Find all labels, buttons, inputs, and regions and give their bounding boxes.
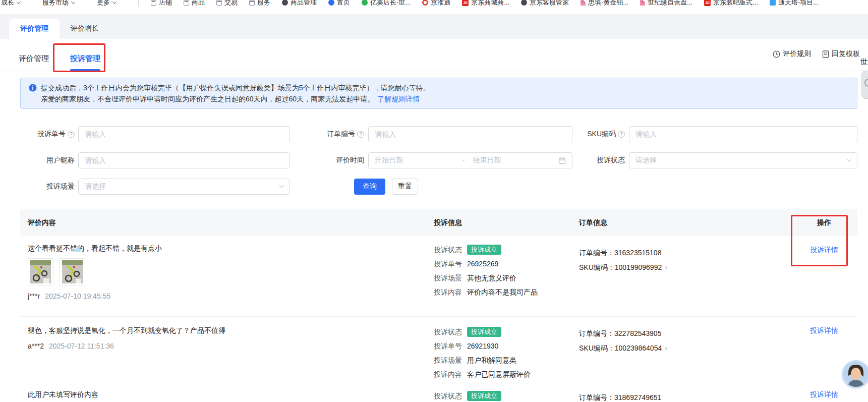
info-banner: 提交成功后，3个工作日内会为您审核完毕（【用户操作失误或同意屏蔽类】场景为5个工… [20, 78, 857, 109]
order-no-label: 订单编号? [290, 130, 364, 139]
order-no-input[interactable] [369, 130, 572, 138]
scene-value: 用户和解同意类 [467, 356, 516, 364]
bookmark-jd-mall[interactable]: JD京东商城商... [462, 0, 509, 7]
bookmark-label: 京东客服管家 [530, 0, 569, 7]
reply-template-link[interactable]: 回复模板 [822, 49, 860, 59]
help-icon[interactable]: ? [68, 131, 75, 138]
status-field-label: 投诉状态 [434, 328, 462, 336]
status-field-label: 投诉状态 [434, 392, 462, 400]
globe-icon [282, 0, 288, 6]
chevron-down-icon [279, 183, 284, 188]
review-photo-thumbnail[interactable] [28, 258, 53, 285]
bookmark-shijiyuan[interactable]: 世纪缘自营盘... [640, 0, 692, 7]
tab-label: 评价增长 [71, 24, 99, 33]
circle-icon [864, 79, 868, 87]
review-time-range-picker[interactable]: 开始日期 - 结束日期 [368, 152, 572, 168]
search-button[interactable]: 查询 [354, 179, 385, 195]
status-badge: 投诉成立 [467, 327, 501, 337]
bookmark-jzt[interactable]: 京准通 [422, 0, 450, 7]
bookmark-zhongtian[interactable]: 忠填-黄金铂... [581, 0, 628, 7]
bookmark-label: 世纪缘自营盘... [648, 0, 692, 7]
bookmark-tongtianta[interactable]: 通天塔-项目... [770, 0, 819, 7]
blue-dot-icon [328, 0, 334, 6]
status-badge: 投诉成立 [467, 391, 501, 401]
review-rules-link[interactable]: 评价规则 [773, 49, 811, 59]
bookmark-shop[interactable]: 店铺 [151, 0, 172, 7]
bookmark-product-mgmt[interactable]: 商品管理 [282, 0, 317, 7]
tab-review-growth[interactable]: 评价增长 [60, 19, 110, 39]
complaint-detail-link[interactable]: 投诉详情 [810, 326, 838, 334]
start-date-placeholder: 开始日期 [369, 156, 460, 165]
page: 成长 服务市场 更多 店铺 商品 交易 服务 商品管理 首页 亿美店长-世...… [0, 0, 868, 402]
scene-label: 投诉场景 [20, 182, 75, 191]
jd-logo-icon: JD [462, 0, 469, 6]
order-no-value: 316323515108 [614, 249, 661, 257]
subtab-review-management[interactable]: 评价管理 [19, 54, 49, 71]
sku-link-arrow[interactable]: › [665, 344, 667, 352]
person-photo [843, 362, 868, 387]
tab-review-management[interactable]: 评价管理 [9, 19, 60, 39]
link-label: 回复模板 [832, 49, 860, 59]
bookmark-label: 京准通 [431, 0, 450, 7]
pink-page-icon [640, 0, 645, 6]
bookmark-trade[interactable]: 交易 [216, 0, 238, 7]
bookmark-label: 商品 [192, 0, 205, 7]
chevron-down-icon [71, 0, 75, 4]
nav-more[interactable]: 更多 [97, 0, 116, 7]
order-no-field-label: 订单编号： [579, 249, 614, 257]
nav-growth[interactable]: 成长 [1, 0, 20, 7]
content-value: 评价内容不是我司产品 [467, 288, 538, 296]
nav-service-market[interactable]: 服务市场 [42, 0, 75, 7]
bookmark-service[interactable]: 服务 [249, 0, 270, 7]
bookmark-product[interactable]: 商品 [184, 0, 205, 7]
document-icon [822, 50, 829, 58]
info-icon [29, 84, 37, 92]
bookmark-label: 交易 [224, 0, 238, 7]
bookmark-home[interactable]: 首页 [328, 0, 350, 7]
complaint-no-label: 投诉单号? [20, 130, 75, 139]
scene-field-label: 投诉场景 [434, 356, 462, 364]
help-icon[interactable]: ? [357, 131, 364, 138]
review-photo-thumbnail[interactable] [60, 258, 85, 285]
complaint-table: 评价内容 投诉信息 订单信息 操作 这个看看挺不错的，看起不错，就是有点小 j*… [20, 209, 857, 402]
link-label: 评价规则 [783, 49, 811, 59]
reviewer-name: j***r [28, 292, 40, 300]
sku-input[interactable] [629, 130, 857, 138]
sku-field-label: SKU编码： [579, 344, 615, 352]
content-field-label: 投诉内容 [434, 288, 462, 296]
help-icon[interactable]: ? [618, 131, 625, 138]
edge-panel-text: 世 [860, 58, 868, 67]
order-no-field-label: 订单编号： [579, 393, 614, 401]
customer-service-avatar[interactable] [843, 362, 868, 387]
bookmark-label: 忠填-黄金铂... [588, 0, 628, 7]
complaint-no-input[interactable] [79, 130, 290, 138]
col-order-info: 订单信息 [579, 218, 791, 227]
select-placeholder: 请选择 [79, 182, 280, 191]
rules-detail-link[interactable]: 了解规则详情 [377, 95, 420, 103]
chevron-down-icon [847, 156, 852, 161]
complaint-no-value: 26921930 [467, 342, 498, 350]
bookmark-yimei[interactable]: 亿美店长-世... [362, 0, 411, 7]
review-text: 褪色，客服坚持说是氧化，一个月不到就变氧化了？产品不值得 [28, 326, 419, 335]
bike-photo [62, 260, 83, 283]
reset-button[interactable]: 重置 [392, 179, 418, 195]
complaint-no-input-wrap [78, 126, 290, 142]
col-review-content: 评价内容 [20, 218, 434, 227]
complaint-detail-link[interactable]: 投诉详情 [810, 390, 838, 398]
floating-side-widget[interactable] [861, 71, 868, 99]
banner-line1: 提交成功后，3个工作日内会为您审核完毕（【用户操作失误或同意屏蔽类】场景为5个工… [41, 82, 430, 93]
bookmark-jd-zhuangba[interactable]: JD京东装吧版式... [704, 0, 758, 7]
nickname-input-wrap [78, 152, 290, 168]
window-icon [249, 0, 255, 6]
review-time-label: 评价时间 [290, 156, 364, 165]
table-row: 此用户未填写评价内容 投诉状态投诉成立 订单编号：318692749651 投诉… [20, 383, 857, 402]
red-ring-icon [422, 0, 428, 6]
scene-select[interactable]: 请选择 [78, 179, 290, 195]
sku-link-arrow[interactable]: › [665, 263, 667, 271]
bookmark-jd-cs[interactable]: 京东客服管家 [521, 0, 569, 7]
complaint-no-field-label: 投诉单号 [434, 342, 462, 350]
review-time: 2025-07-10 19:45:55 [45, 292, 110, 300]
nickname-input[interactable] [79, 156, 290, 164]
select-placeholder: 请选择 [629, 156, 847, 165]
status-select[interactable]: 请选择 [629, 152, 857, 168]
